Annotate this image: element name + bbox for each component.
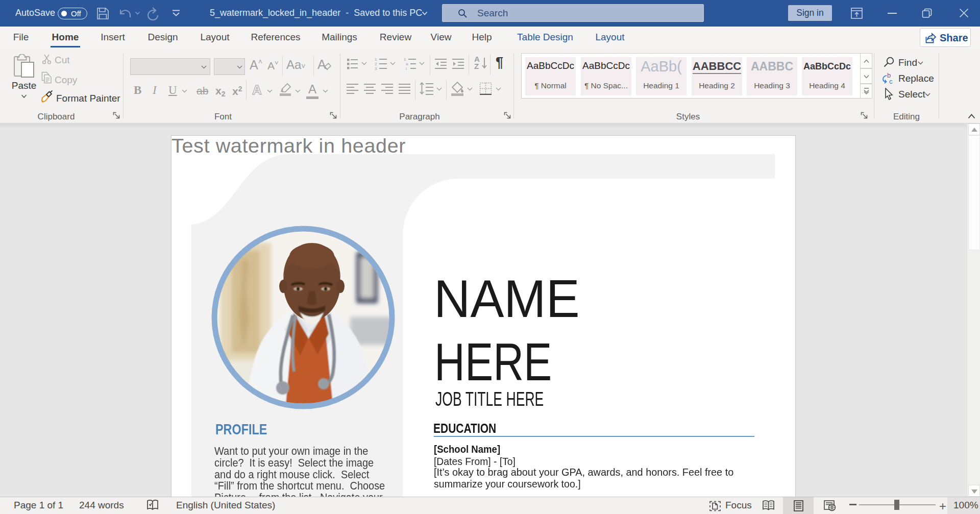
svg-text:i: i <box>406 66 407 70</box>
svg-text:a: a <box>406 62 408 66</box>
svg-text:1: 1 <box>375 57 377 62</box>
svg-text:1: 1 <box>404 57 406 62</box>
svg-text:3: 3 <box>375 66 377 70</box>
svg-text:c: c <box>889 78 893 85</box>
svg-text:2: 2 <box>375 62 377 66</box>
